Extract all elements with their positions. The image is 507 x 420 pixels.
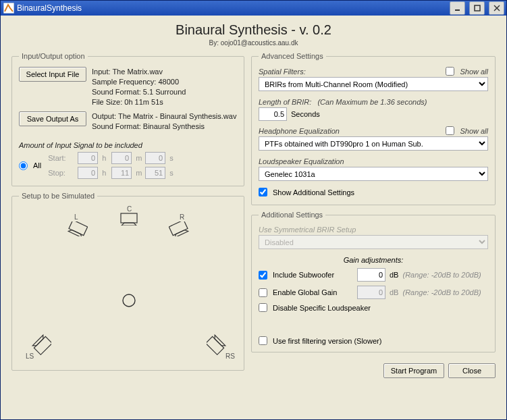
maximize-button[interactable] <box>469 1 485 15</box>
additional-legend: Additional Settings <box>259 211 325 219</box>
svg-rect-6 <box>121 213 137 223</box>
stop-h-input <box>78 167 98 179</box>
input-line: File Size: 0h 11m 51s <box>92 97 186 107</box>
input-info: Input: The Matrix.wav Sample Frequency: … <box>92 67 186 107</box>
global-gain-input <box>357 286 385 299</box>
output-line: Output: The Matrix - Binaural Synthesis.… <box>92 111 236 122</box>
input-line: Input: The Matrix.wav <box>92 67 186 77</box>
start-program-button[interactable]: Start Program <box>383 363 444 378</box>
svg-marker-14 <box>32 335 45 347</box>
sym-combo: Disabled <box>259 235 488 249</box>
sub-gain-input[interactable] <box>357 268 385 282</box>
stop-label: Stop: <box>48 169 75 177</box>
io-group: Input/Output option Select Input File In… <box>11 52 244 186</box>
global-gain-check[interactable]: Enable Global Gain <box>259 288 353 297</box>
io-legend: Input/Output option <box>19 52 88 60</box>
speaker-c-icon <box>119 212 139 226</box>
svg-marker-9 <box>68 229 83 236</box>
hp-combo[interactable]: PTFs obtained with DT990pro 1 on Human S… <box>259 136 488 151</box>
start-s-input <box>145 152 165 164</box>
input-line: Sound Format: 5.1 Surround <box>92 87 186 97</box>
brir-len-label: Length of BRIR: <box>259 98 311 106</box>
brir-len-input[interactable] <box>259 107 287 121</box>
showall-hp[interactable]: Show all <box>446 126 488 135</box>
sim-legend: Setup to be Simulated <box>19 192 97 200</box>
use-first-check[interactable]: Use first filtering version (Slower) <box>259 336 381 345</box>
sym-label: Use Symmetrical BRIR Setup <box>259 226 488 234</box>
gain-header: Gain adjustments: <box>259 256 488 264</box>
db-label-2: dB <box>390 288 398 296</box>
ls-combo[interactable]: Genelec 1031a <box>259 167 488 181</box>
additional-group: Additional Settings Use Symmetrical BRIR… <box>251 211 496 352</box>
radio-all-label: All <box>33 161 41 169</box>
radio-all-input[interactable] <box>19 161 28 170</box>
start-m-input <box>111 152 132 164</box>
sim-group: Setup to be Simulated C L R <box>11 192 244 371</box>
output-info: Output: The Matrix - Binaural Synthesis.… <box>92 111 236 132</box>
start-label: Start: <box>48 154 75 162</box>
spatial-combo[interactable]: BRIRs from Multi-Channel Room (Modified) <box>259 77 488 91</box>
hp-label: Headphone Equalization <box>259 127 340 135</box>
spatial-label: Spatial Filters: <box>259 68 306 76</box>
speaker-ls-icon <box>31 334 51 357</box>
db-label: dB <box>390 271 398 279</box>
seconds-label: Seconds <box>291 110 320 118</box>
stop-m-input <box>111 167 132 179</box>
app-window: BinauralSynthesis Binaural Synthesis - v… <box>0 0 507 420</box>
showall-spatial[interactable]: Show all <box>446 67 488 76</box>
minimize-button[interactable] <box>450 1 465 15</box>
sim-canvas: C L R LS RS <box>19 207 237 363</box>
adv-group: Advanced Settings Spatial Filters: Show … <box>251 52 496 205</box>
range-label: (Range: -20dB to 20dB) <box>402 271 481 279</box>
save-output-button[interactable]: Save Output As <box>19 111 86 126</box>
show-additional-check[interactable]: Show Additional Settings <box>259 188 354 196</box>
matlab-icon <box>3 3 14 14</box>
include-sub-check[interactable]: Include Subwoofer <box>259 271 353 280</box>
label-rs: RS <box>225 352 235 360</box>
byline: By: oojo01@acoustics.aau.dk <box>11 39 496 47</box>
close-button[interactable]: Close <box>448 363 496 378</box>
window-title: BinauralSynthesis <box>17 3 446 13</box>
svg-rect-0 <box>3 3 14 14</box>
svg-point-12 <box>123 294 135 307</box>
range-label-2: (Range: -20dB to 20dB) <box>402 288 481 296</box>
svg-marker-7 <box>122 223 136 226</box>
footer-buttons: Start Program Close <box>251 363 496 378</box>
disable-spk-check[interactable]: Disable Specific Loudspeaker <box>259 303 371 312</box>
title-bar: BinauralSynthesis <box>1 1 506 16</box>
output-line: Sound Format: Binaural Synthesis <box>92 122 236 132</box>
svg-marker-11 <box>174 229 188 236</box>
amount-label: Amount of Input Signal to be included <box>19 141 237 149</box>
start-h-input <box>78 152 98 164</box>
ls-label: Loudspeaker Equalization <box>259 157 344 165</box>
select-input-button[interactable]: Select Input File <box>19 67 86 82</box>
input-line: Sample Frequency: 48000 <box>92 77 186 87</box>
close-window-button[interactable] <box>489 1 504 15</box>
stop-s-input <box>145 167 165 179</box>
client-area: Binaural Synthesis - v. 0.2 By: oojo01@a… <box>1 16 506 419</box>
svg-rect-2 <box>455 9 460 11</box>
radio-all[interactable]: All <box>19 161 41 170</box>
label-l: L <box>74 213 78 221</box>
speaker-l-icon <box>68 221 88 236</box>
adv-legend: Advanced Settings <box>259 52 326 60</box>
time-grid: Start: h m s Stop: h m <box>48 152 176 179</box>
listener-icon <box>122 293 136 308</box>
label-r: R <box>180 213 184 221</box>
speaker-rs-icon <box>207 334 227 357</box>
speaker-r-icon <box>169 221 189 236</box>
page-title: Binaural Synthesis - v. 0.2 <box>11 22 496 38</box>
svg-marker-16 <box>213 335 225 347</box>
svg-rect-3 <box>475 5 480 11</box>
brir-len-hint: (Can Maximum be 1.36 seconds) <box>317 98 427 106</box>
